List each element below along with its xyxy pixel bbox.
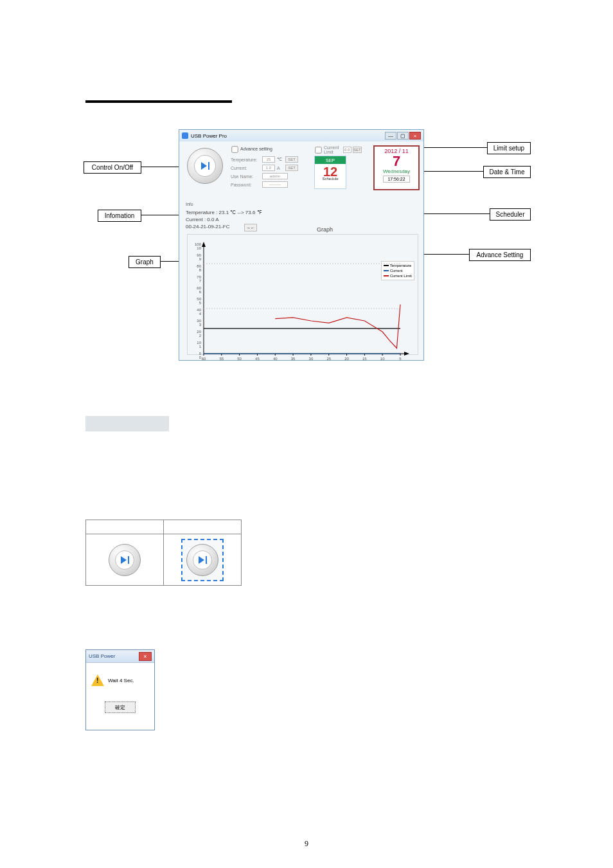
- current-input[interactable]: 1.0: [262, 165, 275, 171]
- svg-text:5: 5: [399, 357, 402, 361]
- callout-information: Infomation: [98, 210, 141, 222]
- state-off-header: [86, 520, 164, 534]
- schedule-month: SEP: [315, 156, 346, 164]
- svg-marker-3: [404, 352, 409, 356]
- current-label: Current:: [231, 166, 260, 170]
- warning-icon: [91, 674, 104, 686]
- callout-graph: Graph: [129, 256, 161, 268]
- state-comparison-table: [85, 520, 242, 586]
- temperature-set-button[interactable]: SET: [285, 156, 298, 163]
- app-icon: [182, 132, 188, 139]
- svg-text:4: 4: [199, 312, 202, 316]
- annotated-screenshot: Control On/Off Infomation Graph Limit se…: [84, 125, 531, 370]
- password-label: Password:: [231, 183, 260, 187]
- svg-text:40: 40: [273, 357, 278, 361]
- app-title: USB Power Pro: [191, 133, 227, 139]
- schedule-label: Schedule: [315, 177, 346, 181]
- state-off-cell: [86, 534, 164, 586]
- schedule-calendar-icon[interactable]: SEP 12 Schedule: [314, 156, 346, 189]
- callout-advance-setting: Advance Setting: [469, 249, 531, 261]
- svg-text:7: 7: [199, 279, 202, 283]
- svg-text:50: 50: [237, 357, 242, 361]
- advance-setting-panel: Advance setting Temperature: 25 ℃ SET Cu…: [231, 145, 312, 190]
- titlebar: USB Power Pro — ▢ ×: [179, 130, 423, 141]
- svg-text:15: 15: [362, 357, 367, 361]
- info-current: Current : 0.0 A: [186, 216, 263, 223]
- temperature-label: Temperature:: [231, 158, 260, 162]
- svg-text:55: 55: [219, 357, 224, 361]
- minimize-button[interactable]: —: [385, 132, 396, 140]
- svg-text:8: 8: [199, 268, 202, 272]
- maximize-button[interactable]: ▢: [397, 132, 409, 140]
- username-label: Use Name:: [231, 174, 260, 179]
- temperature-input[interactable]: 25: [262, 156, 275, 163]
- svg-text:6: 6: [199, 290, 202, 294]
- temperature-unit: ℃: [277, 157, 283, 162]
- advance-setting-heading: Advance setting: [240, 147, 272, 151]
- callout-date-time: Date & Time: [483, 166, 531, 178]
- datetime-time: 17:56:22: [383, 176, 409, 183]
- svg-text:35: 35: [291, 357, 296, 361]
- app-window: USB Power Pro — ▢ × Advance setting Temp…: [179, 129, 424, 361]
- refresh-button[interactable]: →←: [244, 224, 257, 231]
- current-unit: A: [277, 166, 283, 170]
- page-number: 9: [0, 839, 613, 849]
- graph-plot: 0010120230340450560670780890910010 60555…: [188, 238, 418, 364]
- current-set-button[interactable]: SET: [285, 165, 298, 171]
- state-on-icon: [186, 544, 218, 576]
- current-limit-input[interactable]: 0.0: [343, 147, 351, 153]
- svg-text:3: 3: [199, 323, 202, 327]
- callout-scheduler: Scheduler: [490, 208, 531, 221]
- callout-limit-setup: Limit setup: [487, 142, 531, 154]
- wait-dialog-titlebar: USB Power ×: [86, 650, 154, 663]
- svg-text:10: 10: [197, 246, 201, 250]
- svg-text:10: 10: [380, 357, 385, 361]
- play-icon: [201, 162, 207, 170]
- svg-text:60: 60: [202, 357, 206, 361]
- datetime-panel: 2012 / 11 7 Wednesday 17:56:22: [373, 145, 420, 190]
- svg-text:30: 30: [309, 357, 314, 361]
- wait-dialog-ok-button[interactable]: 確定: [105, 701, 136, 713]
- datetime-weekday: Wednesday: [375, 168, 418, 174]
- svg-text:2: 2: [199, 334, 202, 338]
- svg-text:9: 9: [199, 257, 202, 261]
- wait-dialog: USB Power × Wait 4 Sec. 確定: [85, 649, 155, 730]
- advance-setting-checkbox[interactable]: [231, 146, 238, 152]
- pause-bar-icon: [208, 162, 209, 170]
- graph-heading: Graph: [314, 226, 335, 233]
- power-toggle-button[interactable]: [187, 148, 223, 184]
- grey-highlight-bar: [85, 416, 169, 431]
- current-limit-set-button[interactable]: SET: [353, 147, 362, 153]
- svg-text:1: 1: [199, 345, 202, 348]
- state-off-icon: [109, 544, 141, 576]
- svg-text:45: 45: [255, 357, 260, 361]
- callout-control-onoff: Control On/Off: [84, 161, 141, 174]
- schedule-day: 12: [315, 165, 346, 178]
- current-limit-label: Current Limit: [324, 145, 342, 154]
- current-limit-checkbox[interactable]: [315, 147, 321, 153]
- password-input[interactable]: ———: [262, 181, 288, 188]
- svg-text:5: 5: [199, 301, 202, 305]
- current-limit-panel: Current Limit 0.0 SET: [314, 145, 362, 154]
- state-on-cell: [164, 534, 242, 586]
- svg-text:25: 25: [326, 357, 331, 361]
- close-button[interactable]: ×: [409, 132, 421, 140]
- info-heading: Info: [186, 201, 263, 208]
- datetime-day: 7: [375, 154, 418, 168]
- svg-marker-2: [202, 242, 206, 247]
- wait-dialog-title: USB Power: [89, 653, 115, 659]
- username-input[interactable]: admin: [262, 173, 288, 179]
- svg-text:20: 20: [344, 357, 349, 361]
- section-underline: [85, 100, 232, 103]
- state-on-header: [164, 520, 242, 534]
- wait-dialog-message: Wait 4 Sec.: [108, 678, 134, 683]
- info-temperature: Temperature : 23.1 ℃ --> 73.6 ℉: [186, 209, 263, 216]
- wait-dialog-close-button[interactable]: ×: [139, 652, 152, 661]
